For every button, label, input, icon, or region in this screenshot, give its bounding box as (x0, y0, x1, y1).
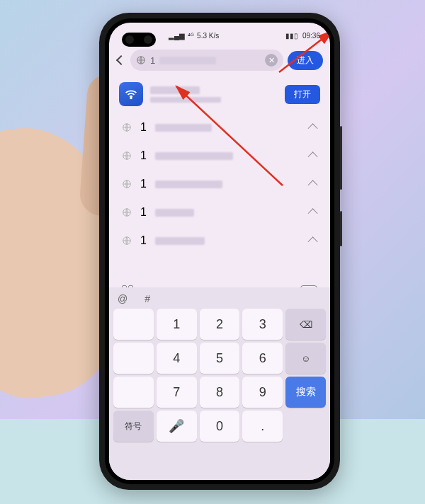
address-bar-row: 1 ✕ 进入 (109, 45, 330, 75)
phone-frame: ▂▄▆ ⁴ᴳ 5.3 K/s ▮▮▯ 09:36 1 ✕ 进入 (99, 13, 340, 490)
signal-icon: ▂▄▆ (169, 32, 185, 40)
key-4[interactable]: 4 (157, 343, 197, 374)
globe-icon (136, 55, 146, 65)
suggestion-obscured (155, 209, 194, 217)
network-speed: 5.3 K/s (197, 32, 219, 40)
clear-icon[interactable]: ✕ (265, 54, 278, 67)
suggestion-item[interactable]: 1 (109, 198, 330, 227)
top-result-text (150, 86, 278, 103)
network-type: ⁴ᴳ (188, 32, 194, 40)
suggestion-prefix: 1 (140, 234, 147, 247)
back-icon[interactable] (116, 55, 126, 65)
suggestion-obscured (155, 152, 233, 160)
globe-icon (122, 236, 132, 246)
status-time: 09:36 (302, 32, 320, 40)
suggestion-obscured (155, 181, 222, 188)
power-button (340, 211, 342, 246)
symbol-row: @ # (112, 290, 327, 307)
key-search[interactable]: 搜索 (285, 377, 326, 408)
key-7[interactable]: 7 (157, 377, 197, 408)
globe-icon (122, 151, 132, 161)
key-8[interactable]: 8 (200, 377, 240, 408)
key-blank[interactable] (113, 343, 154, 374)
key-blank[interactable] (113, 377, 154, 408)
suggestion-prefix: 1 (140, 149, 147, 162)
key-3[interactable]: 3 (242, 309, 283, 340)
suggestion-list: 1 1 1 (109, 113, 330, 255)
svg-point-1 (130, 98, 132, 99)
fill-arrow-icon[interactable] (308, 151, 318, 161)
suggestion-item[interactable]: 1 (109, 142, 330, 170)
key-emoji[interactable]: ☺ (285, 343, 326, 374)
numeric-keyboard: @ # 1 2 3 ⌫ 4 5 6 ☺ 7 8 9 (109, 287, 330, 480)
address-input[interactable]: 1 ✕ (130, 50, 283, 71)
fill-arrow-icon[interactable] (308, 208, 318, 218)
globe-icon (122, 179, 132, 189)
suggestion-prefix: 1 (140, 121, 147, 134)
key-mic[interactable]: 🎤 (157, 411, 197, 442)
key-2[interactable]: 2 (200, 309, 240, 340)
suggestion-item[interactable]: 1 (109, 113, 330, 142)
key-6[interactable]: 6 (242, 343, 283, 374)
key-blank[interactable] (113, 309, 154, 340)
fill-arrow-icon[interactable] (308, 180, 318, 190)
enter-button[interactable]: 进入 (288, 51, 323, 70)
key-symbols[interactable]: 符号 (113, 411, 154, 442)
suggestion-prefix: 1 (140, 206, 147, 219)
volume-button (340, 126, 342, 190)
fill-arrow-icon[interactable] (308, 123, 318, 133)
at-symbol[interactable]: @ (118, 293, 128, 304)
key-dot[interactable]: . (242, 411, 283, 442)
battery-icon: ▮▮▯ (285, 32, 298, 40)
address-typed: 1 (150, 55, 155, 66)
hash-symbol[interactable]: # (144, 293, 150, 304)
phone-screen: ▂▄▆ ⁴ᴳ 5.3 K/s ▮▮▯ 09:36 1 ✕ 进入 (109, 23, 330, 480)
fill-arrow-icon[interactable] (308, 236, 318, 246)
key-backspace[interactable]: ⌫ (285, 309, 326, 340)
suggestion-item[interactable]: 1 (109, 170, 330, 198)
open-button[interactable]: 打开 (285, 85, 320, 104)
address-obscured (159, 57, 216, 64)
wifi-app-icon (119, 82, 143, 106)
camera-cutout (122, 33, 156, 47)
suggestion-obscured (155, 124, 212, 132)
suggestion-obscured (155, 237, 205, 245)
key-1[interactable]: 1 (157, 309, 197, 340)
top-result-card[interactable]: 打开 (109, 75, 330, 113)
suggestion-item[interactable]: 1 (109, 227, 330, 255)
key-5[interactable]: 5 (200, 343, 240, 374)
key-0[interactable]: 0 (200, 411, 240, 442)
globe-icon (122, 207, 132, 217)
key-9[interactable]: 9 (242, 377, 283, 408)
globe-icon (122, 122, 132, 132)
suggestion-prefix: 1 (140, 178, 147, 190)
